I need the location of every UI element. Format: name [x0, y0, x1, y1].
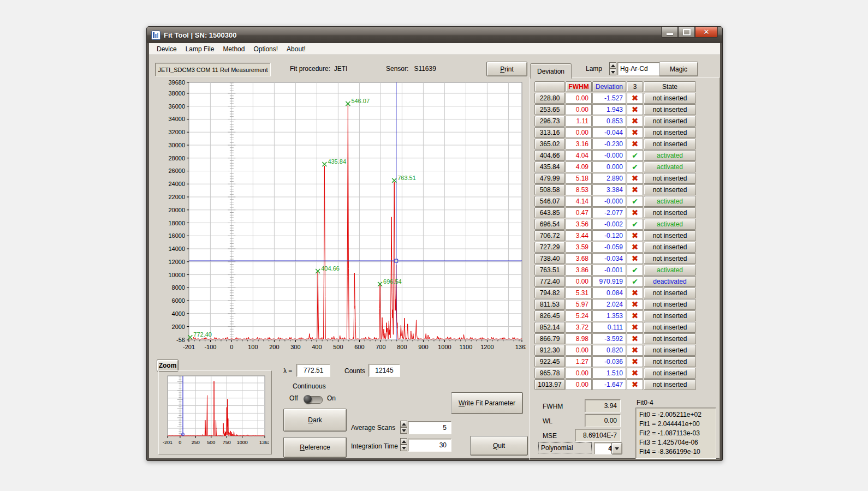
- wavelength-cell[interactable]: 811.53: [534, 299, 565, 310]
- mark-cell[interactable]: ✖: [627, 93, 643, 104]
- wavelength-cell[interactable]: 296.73: [534, 116, 565, 127]
- lamp-input[interactable]: Hg-Ar-Cd: [617, 62, 660, 75]
- wavelength-cell[interactable]: 643.85: [534, 207, 565, 218]
- state-button[interactable]: not inserted: [644, 242, 696, 253]
- wavelength-cell[interactable]: 706.72: [534, 230, 565, 241]
- state-button[interactable]: not inserted: [644, 368, 696, 379]
- wavelength-cell[interactable]: 253.65: [534, 104, 565, 115]
- state-button[interactable]: not inserted: [644, 356, 696, 367]
- wavelength-cell[interactable]: 435.84: [534, 161, 565, 172]
- wavelength-cell[interactable]: 922.45: [534, 356, 565, 367]
- mark-cell[interactable]: ✖: [627, 253, 643, 264]
- print-button[interactable]: Print: [486, 62, 527, 76]
- wavelength-cell[interactable]: 866.79: [534, 333, 565, 344]
- menu-item-method[interactable]: Method: [218, 44, 249, 54]
- mark-cell[interactable]: ✔: [627, 276, 643, 287]
- integration-time-spinner[interactable]: [400, 438, 407, 451]
- mark-cell[interactable]: ✖: [627, 139, 643, 149]
- close-button[interactable]: ✕: [695, 27, 718, 38]
- menu-item-device[interactable]: Device: [152, 44, 181, 54]
- avg-spin-up-icon[interactable]: [400, 421, 407, 427]
- counts-value[interactable]: 12145: [368, 364, 400, 377]
- zoom-overview-chart[interactable]: -201025050075010001363: [160, 373, 269, 451]
- state-button[interactable]: not inserted: [644, 173, 696, 184]
- minimize-button[interactable]: [661, 27, 678, 38]
- mark-cell[interactable]: ✖: [627, 310, 643, 321]
- state-button[interactable]: not inserted: [644, 127, 696, 138]
- menu-item-options[interactable]: Options!: [249, 44, 282, 54]
- lambda-value[interactable]: 772.51: [296, 364, 330, 377]
- state-button[interactable]: activated: [644, 150, 696, 161]
- mark-cell[interactable]: ✖: [627, 173, 643, 184]
- mark-cell[interactable]: ✖: [627, 345, 643, 356]
- magic-button[interactable]: Magic: [659, 62, 698, 76]
- polynomial-dropdown-icon[interactable]: [611, 442, 622, 454]
- wavelength-cell[interactable]: 479.99: [534, 173, 565, 184]
- state-button[interactable]: not inserted: [644, 299, 696, 310]
- wavelength-cell[interactable]: 826.45: [534, 310, 565, 321]
- state-button[interactable]: not inserted: [644, 139, 696, 149]
- average-scans-input[interactable]: 5: [408, 421, 451, 434]
- maximize-button[interactable]: [678, 27, 695, 38]
- wavelength-cell[interactable]: 546.07: [534, 196, 565, 207]
- mark-cell[interactable]: ✔: [627, 265, 643, 276]
- wavelength-cell[interactable]: 727.29: [534, 242, 565, 253]
- mark-cell[interactable]: ✖: [627, 368, 643, 379]
- spectrum-chart[interactable]: -201-10001002003004005006007008009001000…: [155, 78, 526, 355]
- state-button[interactable]: activated: [644, 219, 696, 230]
- wavelength-cell[interactable]: 404.66: [534, 150, 565, 161]
- dark-button[interactable]: Dark: [283, 409, 347, 432]
- state-button[interactable]: not inserted: [644, 104, 696, 115]
- lamp-spin-down-icon[interactable]: [609, 69, 616, 75]
- mark-cell[interactable]: ✖: [627, 104, 643, 115]
- mark-cell[interactable]: ✖: [627, 242, 643, 253]
- mark-cell[interactable]: ✖: [627, 299, 643, 310]
- wavelength-cell[interactable]: 965.78: [534, 368, 565, 379]
- mark-cell[interactable]: ✔: [627, 161, 643, 172]
- average-scans-spinner[interactable]: [400, 421, 407, 434]
- mark-cell[interactable]: ✖: [627, 288, 643, 298]
- menu-item-lamp-file[interactable]: Lamp File: [181, 44, 219, 54]
- state-button[interactable]: activated: [644, 196, 696, 207]
- state-button[interactable]: not inserted: [644, 345, 696, 356]
- mark-cell[interactable]: ✖: [627, 127, 643, 138]
- int-spin-up-icon[interactable]: [400, 438, 407, 445]
- state-button[interactable]: not inserted: [644, 184, 696, 195]
- wavelength-cell[interactable]: 772.40: [534, 276, 565, 287]
- state-button[interactable]: deactivated: [644, 276, 696, 287]
- mark-cell[interactable]: ✖: [627, 184, 643, 195]
- mark-cell[interactable]: ✔: [627, 196, 643, 207]
- wavelength-cell[interactable]: 794.82: [534, 288, 565, 298]
- wavelength-cell[interactable]: 313.16: [534, 127, 565, 138]
- wavelength-cell[interactable]: 508.58: [534, 184, 565, 195]
- wavelength-cell[interactable]: 852.14: [534, 322, 565, 333]
- wavelength-cell[interactable]: 228.80: [534, 93, 565, 104]
- wavelength-cell[interactable]: 1013.97: [534, 379, 565, 390]
- quit-button[interactable]: Quit: [470, 436, 528, 456]
- wavelength-cell[interactable]: 696.54: [534, 219, 565, 230]
- title-bar[interactable]: Fit Tool | SN: 1500300 ✕: [147, 27, 722, 43]
- state-button[interactable]: activated: [644, 161, 696, 172]
- state-button[interactable]: not inserted: [644, 253, 696, 264]
- tab-deviation[interactable]: Deviation: [530, 63, 572, 79]
- state-button[interactable]: not inserted: [644, 116, 696, 127]
- state-button[interactable]: not inserted: [644, 230, 696, 241]
- wavelength-cell[interactable]: 738.40: [534, 253, 565, 264]
- wavelength-cell[interactable]: 365.02: [534, 139, 565, 149]
- mark-cell[interactable]: ✖: [627, 379, 643, 390]
- state-button[interactable]: not inserted: [644, 310, 696, 321]
- mark-cell[interactable]: ✖: [627, 322, 643, 333]
- lamp-spinner[interactable]: [609, 62, 616, 75]
- write-fit-parameter-button[interactable]: Write Fit Parameter: [451, 392, 523, 414]
- avg-spin-down-icon[interactable]: [400, 427, 407, 434]
- state-button[interactable]: not inserted: [644, 93, 696, 104]
- mark-cell[interactable]: ✔: [627, 219, 643, 230]
- reference-button[interactable]: Reference: [283, 437, 347, 458]
- mark-cell[interactable]: ✖: [627, 333, 643, 344]
- state-button[interactable]: not inserted: [644, 379, 696, 390]
- state-button[interactable]: not inserted: [644, 333, 696, 344]
- wavelength-cell[interactable]: 912.30: [534, 345, 565, 356]
- mark-cell[interactable]: ✖: [627, 207, 643, 218]
- state-button[interactable]: not inserted: [644, 288, 696, 298]
- mark-cell[interactable]: ✖: [627, 230, 643, 241]
